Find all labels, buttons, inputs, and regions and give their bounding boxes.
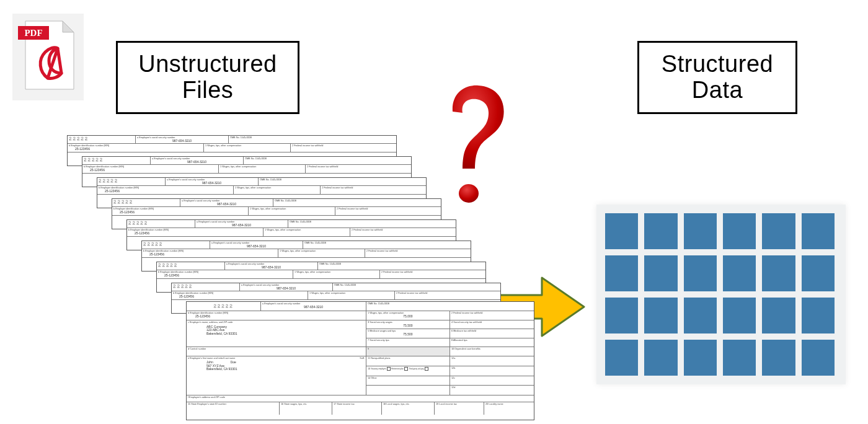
w2-form-front: 22222 a Employee's social security numbe… xyxy=(186,301,534,420)
w2-form-stack: 22222 a Employee's social security numbe… xyxy=(67,135,451,414)
structured-line1: Structured xyxy=(662,51,773,77)
grid-cell xyxy=(723,255,756,291)
grid-cell xyxy=(605,340,638,376)
structured-line2: Data xyxy=(692,77,743,104)
grid-cell xyxy=(605,298,638,333)
grid-cell xyxy=(644,255,677,291)
unstructured-line2: Files xyxy=(182,77,234,104)
grid-cell xyxy=(644,298,677,333)
pdf-badge-text: PDF xyxy=(24,28,42,38)
grid-cell xyxy=(802,255,835,291)
grid-cell xyxy=(723,298,756,333)
unstructured-files-label: Unstructured Files xyxy=(116,41,299,114)
structured-data-grid xyxy=(596,205,846,384)
grid-cell xyxy=(644,340,677,376)
grid-cell xyxy=(684,213,717,249)
grid-cell xyxy=(605,213,638,249)
grid-cell xyxy=(802,298,835,333)
grid-cell xyxy=(762,298,795,333)
grid-cell xyxy=(684,298,717,333)
grid-cell xyxy=(723,213,756,249)
structured-data-label: Structured Data xyxy=(637,41,797,114)
grid-cell xyxy=(644,213,677,249)
grid-cell xyxy=(802,213,835,249)
grid-cell xyxy=(684,340,717,376)
grid-cell xyxy=(802,340,835,376)
grid-cell xyxy=(723,340,756,376)
grid-cell xyxy=(762,255,795,291)
grid-cell xyxy=(605,255,638,291)
grid-cell xyxy=(762,213,795,249)
pdf-file-icon: PDF xyxy=(12,14,84,100)
unstructured-line1: Unstructured xyxy=(138,51,277,77)
grid-cell xyxy=(762,340,795,376)
svg-point-1 xyxy=(459,184,479,203)
grid-cell xyxy=(684,255,717,291)
